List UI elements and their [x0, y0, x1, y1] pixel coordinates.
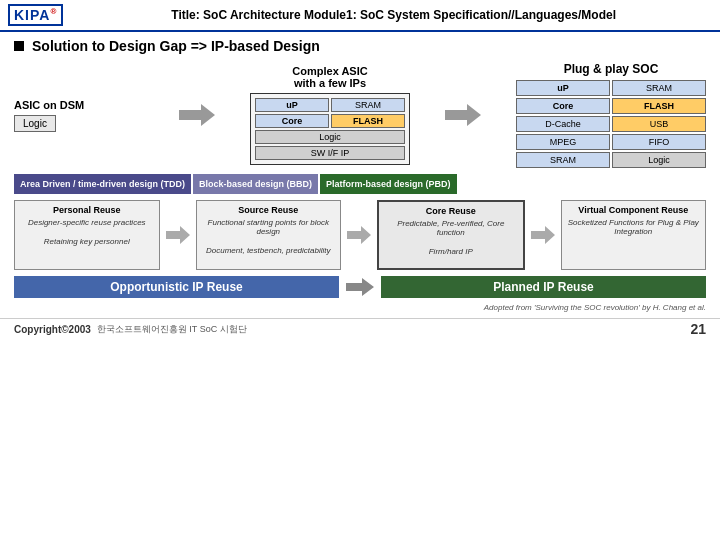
- plug-grid: uP SRAM Core FLASH D-Cache USB MPEG FIFO…: [516, 80, 706, 168]
- personal-reuse-title: Personal Reuse: [20, 205, 154, 215]
- source-reuse-item2: Document, testbench, predictability: [202, 246, 336, 255]
- arrow-1: [177, 100, 217, 130]
- source-reuse-title: Source Reuse: [202, 205, 336, 215]
- svg-marker-2: [166, 226, 190, 244]
- complex-asic-title: Complex ASIC with a few IPs: [292, 65, 367, 89]
- svg-marker-0: [179, 104, 215, 126]
- logo-sup: ®: [50, 7, 57, 16]
- pg-usb: USB: [612, 116, 706, 132]
- cell-flash: FLASH: [331, 114, 405, 128]
- bottom-bar: Opportunistic IP Reuse Planned IP Reuse: [14, 276, 706, 298]
- virtual-reuse-title: Virtual Component Reuse: [567, 205, 701, 215]
- reuse-box-source: Source Reuse Functional starting points …: [196, 200, 342, 270]
- arrow-box-2: [345, 226, 373, 244]
- main-heading: Solution to Design Gap => IP-based Desig…: [14, 38, 706, 54]
- asic-label: ASIC on DSM: [14, 99, 84, 111]
- svg-marker-1: [445, 104, 481, 126]
- design-bar-platform: Platform-based design (PBD): [320, 174, 457, 194]
- logic-box: Logic: [14, 115, 56, 132]
- design-bar-block: Block-based design (BBD): [193, 174, 318, 194]
- svg-marker-5: [346, 278, 374, 296]
- header-title: Title: SoC Architecture Module1: SoC Sys…: [75, 8, 712, 22]
- arrow-box-3: [529, 226, 557, 244]
- pg-up: uP: [516, 80, 610, 96]
- cell-core: Core: [255, 114, 329, 128]
- source-reuse-item1: Functional starting points for block des…: [202, 218, 336, 236]
- pg-core: Core: [516, 98, 610, 114]
- design-bar-area: Area Driven / time-driven design (TDD): [14, 174, 191, 194]
- main-content: Solution to Design Gap => IP-based Desig…: [0, 32, 720, 318]
- plug-block: Plug & play SOC uP SRAM Core FLASH D-Cac…: [516, 62, 706, 168]
- arrow-icon-6: [346, 278, 374, 296]
- design-bar: Area Driven / time-driven design (TDD) B…: [14, 174, 706, 194]
- reuse-box-core: Core Reuse Predictable, Pre-verified, Co…: [377, 200, 525, 270]
- svg-marker-3: [347, 226, 371, 244]
- arrow-icon-2: [445, 104, 481, 126]
- reuse-box-personal: Personal Reuse Designer-specific reuse p…: [14, 200, 160, 270]
- sw-row: SW I/F IP: [255, 146, 405, 160]
- arrow-icon-1: [179, 104, 215, 126]
- asic-inner: uP SRAM Core FLASH Logic SW I/F IP: [250, 93, 410, 165]
- virtual-reuse-item1: Socketized Functions for Plug & Play Int…: [567, 218, 701, 236]
- svg-marker-4: [531, 226, 555, 244]
- page-number: 21: [690, 321, 706, 337]
- pg-sram: SRAM: [612, 80, 706, 96]
- core-reuse-item1: Predictable, Pre-verified, Core function: [384, 219, 518, 237]
- copyright: Copyright©2003: [14, 324, 91, 335]
- cell-up: uP: [255, 98, 329, 112]
- arrow-icon-4: [347, 226, 371, 244]
- arrow-box-1: [164, 226, 192, 244]
- bullet-icon: [14, 41, 24, 51]
- header: KIPA® Title: SoC Architecture Module1: S…: [0, 0, 720, 32]
- arrow-2: [443, 100, 483, 130]
- pg-flash: FLASH: [612, 98, 706, 114]
- pg-dcache: D-Cache: [516, 116, 610, 132]
- asic-block: ASIC on DSM Logic: [14, 99, 144, 132]
- personal-reuse-item2: Retaining key personnel: [20, 237, 154, 246]
- core-reuse-title: Core Reuse: [384, 206, 518, 216]
- core-reuse-item2: Firm/hard IP: [384, 247, 518, 256]
- pg-mpeg: MPEG: [516, 134, 610, 150]
- personal-reuse-item1: Designer-specific reuse practices: [20, 218, 154, 227]
- logo-area: KIPA®: [8, 4, 63, 26]
- planned-btn: Planned IP Reuse: [381, 276, 706, 298]
- diagram-area: ASIC on DSM Logic Complex ASIC with a fe…: [14, 62, 706, 168]
- arrow-bottom: [345, 278, 375, 296]
- plug-title: Plug & play SOC: [564, 62, 659, 76]
- pg-logic: Logic: [612, 152, 706, 168]
- footer: Copyright©2003 한국소프트웨어진흥원 IT SoC 시험단 21: [0, 318, 720, 339]
- complex-asic-block: Complex ASIC with a few IPs uP SRAM Core…: [250, 65, 410, 165]
- reuse-box-virtual: Virtual Component Reuse Socketized Funct…: [561, 200, 707, 270]
- footer-org: 한국소프트웨어진흥원 IT SoC 시험단: [97, 323, 247, 336]
- arrow-icon-5: [531, 226, 555, 244]
- pg-sram2: SRAM: [516, 152, 610, 168]
- footer-left: Copyright©2003 한국소프트웨어진흥원 IT SoC 시험단: [14, 323, 247, 336]
- cell-sram: SRAM: [331, 98, 405, 112]
- pg-fifo: FIFO: [612, 134, 706, 150]
- opportunistic-btn: Opportunistic IP Reuse: [14, 276, 339, 298]
- adopted-note: Adopted from 'Surviving the SOC revoluti…: [14, 303, 706, 312]
- kipa-logo: KIPA®: [8, 4, 63, 26]
- logic-row: Logic: [255, 130, 405, 144]
- reuse-row: Personal Reuse Designer-specific reuse p…: [14, 200, 706, 270]
- arrow-icon-3: [166, 226, 190, 244]
- heading-text: Solution to Design Gap => IP-based Desig…: [32, 38, 320, 54]
